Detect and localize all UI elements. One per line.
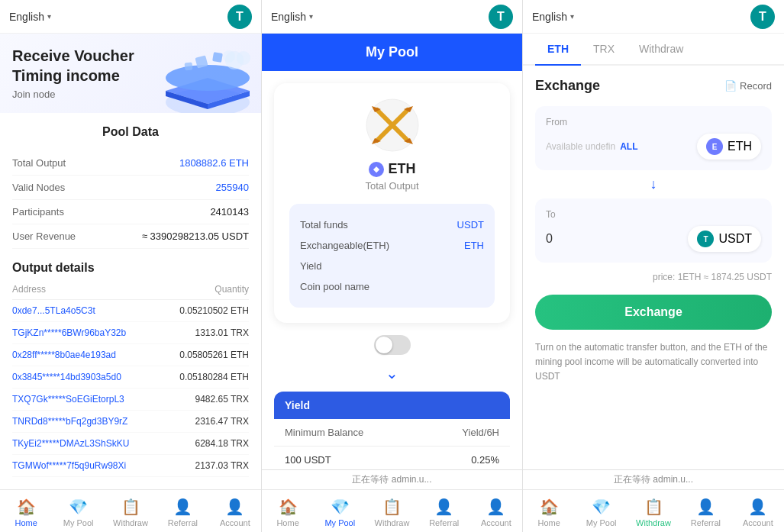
right-nav-referral[interactable]: 👤 Referral (679, 495, 731, 530)
info-label-1: Exchangeable(ETH) (300, 240, 389, 251)
eth-dot-icon: ◆ (369, 162, 384, 177)
to-row: T USDT (546, 226, 761, 252)
exchange-title: Exchange (535, 78, 600, 94)
auto-transfer-toggle[interactable] (374, 335, 411, 355)
info-row-2: Yield (300, 256, 484, 276)
pool-data-row-3: User Revenue ≈ 3390298213.05 USDT (12, 224, 249, 249)
pool-data-label-1: Valid Nodes (12, 182, 65, 193)
eth-text: ETH (389, 161, 416, 177)
right-lang-arrow: ▾ (570, 12, 574, 21)
output-addr-3: 0x3845*****14bd3903a5d0 (12, 372, 121, 382)
right-nav-withdraw-label: Withdraw (636, 518, 671, 527)
to-label: To (546, 209, 761, 220)
middle-topbar: English ▾ T (262, 0, 522, 34)
referral-icon: 👤 (696, 498, 715, 516)
middle-tether-logo: T (489, 5, 513, 29)
middle-lang-selector[interactable]: English ▾ (271, 11, 313, 23)
usdt-pill: T USDT (688, 226, 761, 252)
left-nav-home[interactable]: 🏠 Home (0, 495, 52, 530)
middle-nav-home[interactable]: 🏠 Home (262, 495, 314, 530)
info-val-1: ETH (464, 240, 484, 251)
tab-eth[interactable]: ETH (535, 34, 581, 64)
info-row-1: Exchangeable(ETH) ETH (300, 235, 484, 256)
middle-lang-arrow: ▾ (309, 12, 313, 21)
info-label-0: Total funds (300, 219, 348, 231)
account-icon: 👤 (486, 498, 505, 516)
output-qty-3: 0.05180284 ETH (179, 372, 249, 382)
yield-row-0: 100 USDT 0.25% (274, 447, 510, 469)
right-nav-home[interactable]: 🏠 Home (523, 495, 575, 530)
right-nav-account[interactable]: 👤 Account (732, 495, 784, 530)
left-nav-referral-label: Referral (168, 518, 198, 527)
info-row-3: Coin pool name (300, 276, 484, 297)
record-label: Record (740, 80, 772, 92)
exchange-button[interactable]: Exchange (535, 295, 772, 330)
left-nav-referral[interactable]: 👤 Referral (156, 495, 208, 530)
output-addr-2: 0x28ff*****8b0ae4e193ad (12, 350, 116, 360)
left-nav-withdraw[interactable]: 📋 Withdraw (105, 495, 156, 530)
yield-title: Yield (274, 392, 510, 419)
right-nav-withdraw[interactable]: 📋 Withdraw (628, 495, 679, 530)
right-nav-mypool[interactable]: 💎 My Pool (575, 495, 627, 530)
left-bottom-nav: 🏠 Home 💎 My Pool 📋 Withdraw 👤 Referral 👤… (0, 489, 261, 532)
to-amount-input[interactable] (546, 232, 607, 246)
middle-content: ◆ ETH Total Output Total funds USDT Exch… (262, 71, 522, 469)
right-lang-label: English (532, 11, 567, 23)
middle-bottom-area: 正在等待 admin.u... 🏠 Home 💎 My Pool 📋 Withd… (262, 469, 522, 532)
pool-data-row-2: Participants 2410143 (12, 200, 249, 224)
home-icon: 🏠 (17, 498, 36, 516)
mining-icon (366, 98, 419, 152)
right-lang-selector[interactable]: English ▾ (532, 11, 574, 23)
info-label-2: Yield (300, 260, 321, 272)
eth-badge: ◆ ETH (289, 161, 495, 177)
pool-data-value-2: 2410143 (210, 206, 249, 218)
price-info: price: 1ETH ≈ 1874.25 USDT (535, 272, 772, 282)
right-nav-mypool-label: My Pool (586, 518, 617, 527)
all-button[interactable]: ALL (620, 141, 637, 152)
left-topbar: English ▾ T (0, 0, 261, 34)
right-nav-referral-label: Referral (691, 518, 721, 527)
pool-data-row-0: Total Output 1808882.6 ETH (12, 151, 249, 176)
output-details-title: Output details (12, 261, 249, 275)
output-qty-2: 0.05805261 ETH (179, 350, 249, 360)
pool-data-label-3: User Revenue (12, 231, 76, 242)
home-icon: 🏠 (540, 498, 559, 516)
pool-card: ◆ ETH Total Output Total funds USDT Exch… (274, 83, 510, 323)
pool-data-value-3: ≈ 3390298213.05 USDT (142, 231, 249, 242)
info-val-0: USDT (457, 219, 484, 231)
available-text: Available undefin (546, 141, 615, 152)
pool-data-row-1: Valid Nodes 255940 (12, 176, 249, 200)
middle-pending-bar: 正在等待 admin.u... (262, 469, 522, 489)
info-row-0: Total funds USDT (300, 214, 484, 235)
middle-nav-mypool[interactable]: 💎 My Pool (314, 495, 366, 530)
hero-section: Receive Voucher Timing income Join node (0, 34, 261, 113)
pool-data-section: Pool Data Total Output 1808882.6 ETH Val… (0, 113, 261, 261)
tab-eth-label: ETH (547, 43, 569, 55)
tab-withdraw[interactable]: Withdraw (627, 34, 695, 64)
left-lang-selector[interactable]: English ▾ (9, 11, 51, 23)
home-icon: 🏠 (279, 498, 298, 516)
right-pending-text: 正在等待 admin.u... (614, 473, 693, 486)
middle-nav-account[interactable]: 👤 Account (470, 495, 522, 530)
toggle-knob (376, 337, 392, 353)
pool-data-label-0: Total Output (12, 157, 66, 169)
right-topbar: English ▾ T (523, 0, 784, 34)
chevron-down-icon[interactable]: ⌄ (274, 364, 510, 382)
middle-nav-referral[interactable]: 👤 Referral (418, 495, 470, 530)
record-link[interactable]: 📄 Record (724, 80, 772, 92)
tab-trx[interactable]: TRX (581, 34, 627, 64)
middle-nav-withdraw[interactable]: 📋 Withdraw (366, 495, 418, 530)
output-table-header: Address Quantity (12, 284, 249, 300)
left-lang-arrow: ▾ (47, 12, 51, 21)
eth-pill-label: ETH (728, 140, 752, 153)
left-nav-account[interactable]: 👤 Account (209, 495, 261, 530)
eth-pill: E ETH (697, 134, 761, 160)
left-nav-mypool[interactable]: 💎 My Pool (52, 495, 104, 530)
output-addr-6: TKyEi2*****DMAzL3ShSkKU (12, 438, 129, 449)
output-qty-1: 1313.01 TRX (195, 327, 250, 338)
table-row: TXQ7Gk*****SoEGiEtorpL3 9482.65 TRX (12, 389, 249, 411)
left-nav-withdraw-label: Withdraw (113, 518, 148, 527)
platform-illustration (158, 41, 257, 113)
tab-trx-label: TRX (593, 43, 615, 55)
referral-icon: 👤 (434, 498, 453, 516)
